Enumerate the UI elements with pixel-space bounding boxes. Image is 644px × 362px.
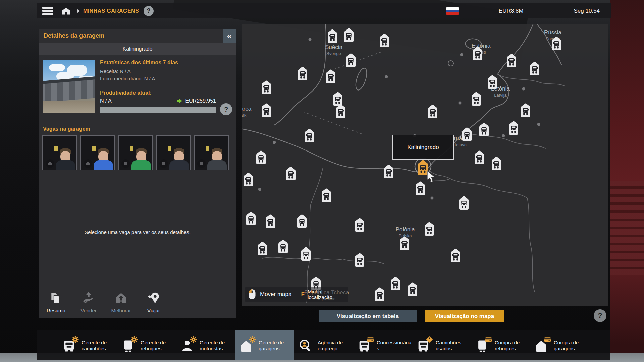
viajar-button[interactable]: Viajar — [141, 292, 167, 318]
garage-marker[interactable] — [278, 240, 288, 253]
nav-item-garagens[interactable]: Gerente de garagens — [235, 330, 294, 360]
player-money: EUR8,8M — [499, 8, 524, 14]
melhorar-button[interactable]: Melhorar — [108, 292, 134, 318]
move-map-hint: Mover mapa — [248, 289, 291, 300]
garage-marker[interactable] — [286, 167, 296, 180]
garage-marker[interactable] — [266, 214, 275, 228]
garage-marker[interactable] — [473, 47, 482, 60]
garage-slot-4[interactable] — [156, 135, 191, 170]
collapse-panel-button[interactable]: « — [223, 29, 236, 43]
garage-marker[interactable] — [416, 181, 425, 195]
garage-marker[interactable] — [488, 75, 497, 89]
garage-marker[interactable] — [472, 92, 481, 106]
garage-marker[interactable] — [375, 287, 384, 301]
garage-marker[interactable] — [322, 188, 331, 202]
nav-label-caminhoes: Gerente de caminhões — [82, 340, 117, 352]
garage-marker[interactable] — [298, 67, 307, 80]
map-hints: Mover mapa F Minha localização — [245, 287, 348, 302]
map-view-button[interactable]: Visualização no mapa — [425, 310, 504, 322]
nav-item-caminhoes[interactable]: Gerente de caminhões — [58, 330, 117, 360]
garage-marker[interactable] — [530, 62, 539, 75]
garage-marker[interactable] — [262, 103, 271, 117]
productivity-bar — [100, 107, 216, 113]
nav-item-concessionarias[interactable]: Concessionárias — [353, 330, 412, 360]
breadcrumb[interactable]: MINHAS GARAGENS — [83, 8, 139, 14]
garage-marker[interactable] — [326, 69, 335, 83]
garage-marker[interactable] — [355, 253, 364, 267]
garage-marker[interactable] — [475, 150, 484, 164]
nav-label-emprego: Agência de emprego — [318, 340, 353, 352]
garage-marker[interactable] — [391, 277, 400, 290]
garage-marker[interactable] — [246, 212, 256, 225]
garage-marker[interactable] — [256, 150, 266, 164]
menu-icon[interactable] — [42, 7, 53, 15]
nav-item-compra-reboques[interactable]: Compra de reboques — [471, 330, 530, 360]
app-root: MINHAS GARAGENS ? EUR8,8M Seg 10:54 Deta… — [0, 0, 644, 362]
garages-map[interactable]: SuéciaSverigeEstôniaEestiRússiaРоссияLet… — [242, 24, 608, 306]
garage-marker[interactable] — [521, 103, 530, 117]
resumo-button[interactable]: Resumo — [43, 292, 69, 318]
home-icon[interactable] — [62, 7, 70, 15]
vender-button[interactable]: Vender — [75, 292, 102, 318]
garage-marker[interactable] — [479, 123, 489, 136]
garage-marker[interactable] — [355, 218, 364, 232]
nav-label-usados: Caminhões usados — [436, 340, 471, 352]
nav-item-motoristas[interactable]: Gerente de motoristas — [176, 330, 235, 360]
top-bar: MINHAS GARAGENS ? EUR8,8M Seg 10:54 — [37, 3, 611, 18]
garage-marker[interactable] — [328, 29, 337, 43]
garage-marker[interactable] — [258, 242, 267, 255]
garage-marker[interactable] — [346, 53, 356, 67]
wheel-graphic — [84, 159, 92, 168]
garage-marker[interactable] — [336, 104, 345, 118]
card-badge-icon — [367, 336, 374, 343]
garage-marker[interactable] — [380, 34, 389, 47]
garage-marker[interactable] — [384, 165, 393, 178]
garage-marker[interactable] — [333, 92, 342, 106]
profit-line: Lucro médio diário: N / A — [100, 76, 155, 81]
card-badge-icon — [485, 336, 492, 343]
trailer-icon — [121, 338, 136, 353]
wheel-graphic — [121, 159, 130, 168]
nav-label-garagens: Gerente de garagens — [259, 340, 294, 352]
garage-slot-5[interactable] — [194, 135, 229, 170]
nav-item-reboques[interactable]: Gerente de reboques — [117, 330, 176, 360]
garage-marker[interactable] — [344, 28, 354, 42]
badge-y-graphic — [54, 146, 58, 151]
tag-badge-icon — [426, 336, 433, 343]
truck-icon — [358, 338, 372, 353]
garage-marker[interactable] — [408, 282, 417, 296]
garage-marker[interactable] — [509, 121, 518, 135]
driver-shirt — [131, 160, 151, 170]
garage-marker[interactable] — [305, 129, 314, 142]
garage-marker[interactable] — [297, 214, 307, 228]
garage-marker[interactable] — [552, 37, 561, 50]
nav-item-usados[interactable]: Caminhões usados — [412, 330, 471, 360]
garage-marker[interactable] — [244, 173, 253, 186]
garage-markers[interactable] — [242, 24, 608, 306]
garage-slot-3[interactable] — [118, 135, 153, 170]
garage-marker[interactable] — [425, 222, 434, 236]
garage-marker[interactable] — [507, 54, 516, 67]
nav-item-compra-garagens[interactable]: Compra de garagens — [530, 330, 589, 360]
photo-ground — [43, 101, 95, 113]
garage-slot-2[interactable] — [80, 135, 115, 170]
card-badge-icon — [544, 336, 551, 343]
map-help-icon[interactable]: ? — [594, 309, 606, 322]
help-icon[interactable]: ? — [144, 6, 154, 16]
productivity-help-icon[interactable]: ? — [220, 103, 232, 115]
gear-badge-icon — [72, 336, 79, 343]
truck-icon — [62, 338, 77, 353]
garage-marker[interactable] — [459, 196, 469, 210]
garage-marker[interactable] — [301, 247, 311, 261]
wheel-graphic — [46, 159, 54, 168]
garage-marker[interactable] — [492, 157, 501, 170]
location-key: F — [301, 291, 304, 298]
garage-marker[interactable] — [428, 105, 437, 118]
garage-marker[interactable] — [451, 249, 460, 262]
garage-marker[interactable] — [262, 80, 271, 94]
garage-slot-1[interactable] — [42, 135, 77, 170]
nav-item-emprego[interactable]: Agência de emprego — [294, 330, 353, 360]
garage-marker[interactable] — [462, 127, 472, 141]
garage-marker[interactable] — [400, 236, 409, 250]
table-view-button[interactable]: Visualização em tabela — [319, 310, 417, 322]
